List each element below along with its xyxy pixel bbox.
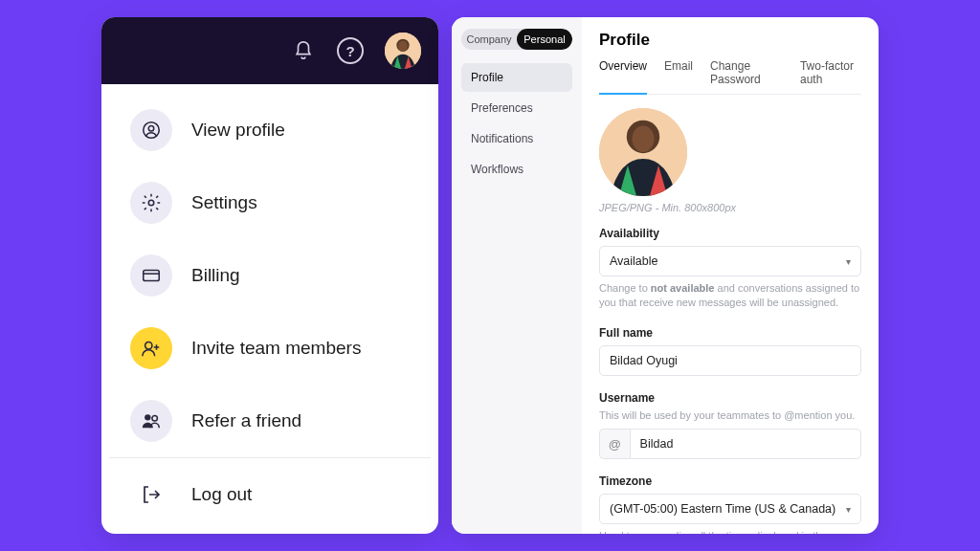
menu-item-label: Log out xyxy=(191,484,252,505)
settings-panel: Company Personal Profile Preferences Not… xyxy=(452,17,879,534)
avatar[interactable] xyxy=(385,33,421,69)
menu-item-label: Refer a friend xyxy=(191,410,301,431)
svg-rect-6 xyxy=(144,271,160,281)
svg-point-4 xyxy=(148,125,154,131)
svg-point-5 xyxy=(148,200,154,206)
notifications-icon[interactable] xyxy=(291,38,316,63)
segment-company[interactable]: Company xyxy=(461,29,517,50)
svg-point-12 xyxy=(633,125,655,152)
availability-value: Available xyxy=(610,254,658,268)
invite-icon xyxy=(130,327,172,369)
chevron-down-icon: ▾ xyxy=(846,256,851,267)
tab-overview[interactable]: Overview xyxy=(599,59,647,95)
timezone-label: Timezone xyxy=(599,474,861,488)
fullname-value: Bildad Oyugi xyxy=(610,354,678,367)
svg-point-8 xyxy=(145,414,150,420)
availability-label: Availability xyxy=(599,227,861,240)
topbar: ? xyxy=(101,17,438,84)
account-dropdown: View profile Settings Billing Invite tea… xyxy=(109,94,431,526)
user-icon xyxy=(130,109,172,151)
menu-item-invite[interactable]: Invite team members xyxy=(109,312,431,385)
menu-item-label: Settings xyxy=(191,192,257,213)
availability-help: Change to not available and conversation… xyxy=(599,281,861,311)
chevron-down-icon: ▾ xyxy=(846,504,851,515)
fullname-input[interactable]: Bildad Oyugi xyxy=(599,345,861,376)
username-help: This will be used by your teammates to @… xyxy=(599,408,861,423)
card-icon xyxy=(130,254,172,297)
username-input[interactable]: Bildad xyxy=(630,429,861,459)
tab-change-password[interactable]: Change Password xyxy=(710,59,783,94)
tab-email[interactable]: Email xyxy=(664,59,693,94)
menu-item-billing[interactable]: Billing xyxy=(109,239,431,312)
at-icon: @ xyxy=(599,429,630,459)
timezone-value: (GMT-05:00) Eastern Time (US & Canada) xyxy=(610,502,835,516)
menu-item-label: Invite team members xyxy=(191,338,361,359)
settings-sidebar: Company Personal Profile Preferences Not… xyxy=(452,17,582,534)
timezone-help: Used to personalize all the times displa… xyxy=(599,529,861,534)
svg-point-2 xyxy=(398,41,408,52)
scope-segment: Company Personal xyxy=(461,29,572,50)
availability-select[interactable]: Available ▾ xyxy=(599,246,861,276)
help-icon[interactable]: ? xyxy=(337,37,364,64)
sidebar-item-profile[interactable]: Profile xyxy=(461,63,572,92)
svg-point-7 xyxy=(145,342,152,349)
menu-item-logout[interactable]: Log out xyxy=(109,457,431,531)
refer-icon xyxy=(130,400,172,442)
segment-personal[interactable]: Personal xyxy=(517,29,572,50)
sidebar-item-notifications[interactable]: Notifications xyxy=(461,124,572,153)
menu-item-settings[interactable]: Settings xyxy=(109,166,431,239)
sidebar-item-preferences[interactable]: Preferences xyxy=(461,94,572,122)
username-label: Username xyxy=(599,391,861,405)
username-value: Bildad xyxy=(640,437,674,451)
menu-item-label: View profile xyxy=(191,120,285,141)
logout-icon xyxy=(130,474,172,516)
gear-icon xyxy=(130,182,172,224)
profile-form: Profile Overview Email Change Password T… xyxy=(582,17,879,534)
sidebar-item-workflows[interactable]: Workflows xyxy=(461,155,572,184)
svg-point-9 xyxy=(152,416,158,422)
page-title: Profile xyxy=(599,31,861,50)
menu-item-label: Billing xyxy=(191,265,240,286)
timezone-select[interactable]: (GMT-05:00) Eastern Time (US & Canada) ▾ xyxy=(599,494,861,524)
profile-tabs: Overview Email Change Password Two-facto… xyxy=(599,59,861,95)
menu-item-refer[interactable]: Refer a friend xyxy=(109,385,431,457)
fullname-label: Full name xyxy=(599,326,861,340)
account-menu-panel: ? View profile Settings xyxy=(101,17,438,534)
username-group: @ Bildad xyxy=(599,429,861,459)
profile-avatar[interactable] xyxy=(599,108,687,196)
tab-two-factor[interactable]: Two-factor auth xyxy=(800,59,861,94)
menu-item-view-profile[interactable]: View profile xyxy=(109,94,431,166)
avatar-hint: JPEG/PNG - Min. 800x800px xyxy=(599,202,861,213)
